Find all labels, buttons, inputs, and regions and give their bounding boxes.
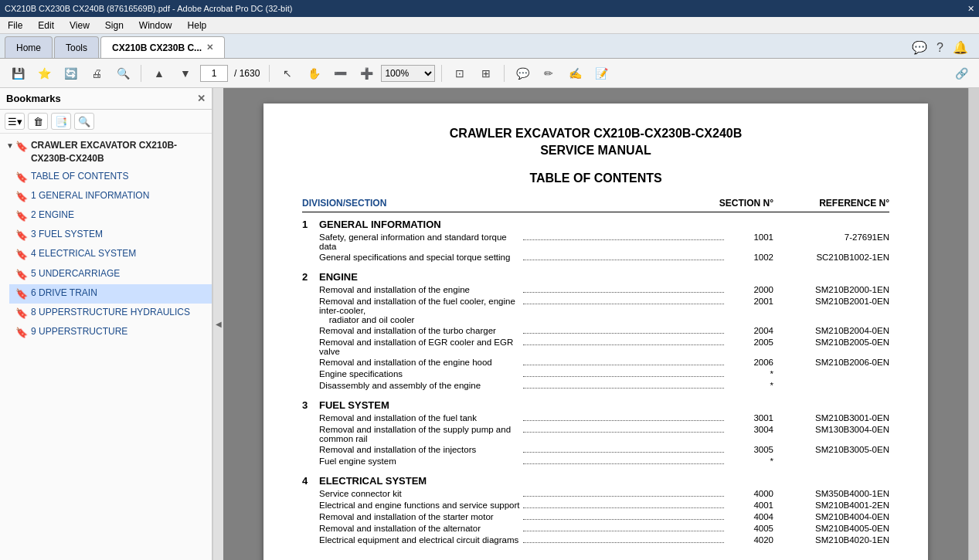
sidebar-search-button[interactable]: 🔍 [74, 113, 94, 130]
toc-e4-3-secno: 4004 [727, 512, 773, 521]
toc-dots [523, 519, 724, 520]
sidebar-menu-button[interactable]: ☰▾ [5, 113, 25, 130]
title-bar-close[interactable]: ✕ [967, 4, 974, 14]
bookmark-icon-upperstructure: 🔖 [15, 326, 28, 340]
sidebar-label-engine: 2 ENGINE [31, 209, 74, 222]
prev-page-button[interactable]: ▲ [148, 63, 171, 84]
comments-icon[interactable]: 💬 [912, 40, 927, 55]
find-button[interactable]: 🔍 [111, 63, 134, 84]
menu-help[interactable]: Help [185, 19, 210, 32]
tab-doc-label: CX210B CX230B C... [112, 42, 202, 53]
toolbar-sep-3 [441, 65, 442, 82]
toc-dots [523, 463, 724, 464]
sidebar-close-button[interactable]: ✕ [197, 93, 206, 104]
toc-e4-3-text: Removal and installation of the starter … [319, 512, 520, 521]
sidebar-delete-button[interactable]: 🗑 [28, 113, 48, 130]
menu-file[interactable]: File [5, 19, 25, 32]
toc-entry-4-2: Electrical and engine functions and serv… [302, 500, 889, 511]
sidebar-item-general[interactable]: 🔖 1 GENERAL INFORMATION [9, 187, 212, 206]
toc-section-2-header: 2 ENGINE [302, 271, 889, 283]
tab-doc[interactable]: CX210B CX230B C... ✕ [100, 36, 225, 58]
tab-tools-label: Tools [66, 42, 87, 53]
tab-tools[interactable]: Tools [54, 36, 99, 58]
toc-e2-2-secno: 2001 [727, 297, 773, 306]
tab-doc-close[interactable]: ✕ [206, 42, 213, 53]
cursor-tool[interactable]: ↖ [276, 63, 299, 84]
tab-home[interactable]: Home [5, 36, 53, 58]
bookmark-button[interactable]: ⭐ [32, 63, 56, 84]
sidebar-item-upperhydraulics[interactable]: 🔖 8 UPPERSTRUCTURE HYDRAULICS [9, 304, 212, 323]
page-number-input[interactable] [200, 65, 228, 82]
sidebar-tree: ▼ 🔖 CRAWLER EXCAVATOR CX210B-CX230B-CX24… [0, 134, 212, 560]
toc-e4-5-ref: SM210B4020-1EN [773, 535, 889, 545]
zoom-select[interactable]: 100% 75% 125% 150% 200% [381, 65, 435, 82]
highlight-button[interactable]: ✏ [537, 63, 560, 84]
print-button[interactable]: 🖨 [85, 63, 108, 84]
sign-button[interactable]: ✍ [563, 63, 586, 84]
content-area[interactable]: CRAWLER EXCAVATOR CX210B-CX230B-CX240B S… [223, 88, 968, 560]
fit-page-button[interactable]: ⊡ [448, 63, 471, 84]
toc-e3-3-ref: SM210B3005-0EN [773, 445, 889, 454]
toc-entry-1-1: Safety, general information and standard… [302, 232, 889, 252]
toc-section-4: 4 ELECTRICAL SYSTEM Service connector ki… [302, 475, 889, 546]
title-bar-text: CX210B CX230B CX240B (87616569B).pdf - A… [5, 4, 292, 13]
toc-e2-3-text: Removal and installation of the turbo ch… [319, 326, 520, 335]
edit-button[interactable]: 📝 [590, 63, 613, 84]
sidebar-item-root[interactable]: ▼ 🔖 CRAWLER EXCAVATOR CX210B-CX230B-CX24… [0, 137, 212, 168]
notifications-icon[interactable]: 🔔 [953, 40, 968, 55]
tab-right-actions: 💬 ? 🔔 [912, 40, 974, 58]
menu-edit[interactable]: Edit [35, 19, 57, 32]
menu-view[interactable]: View [66, 19, 93, 32]
toc-entry-4-5: Electrical equipment and electrical circ… [302, 535, 889, 546]
title-bar-label: CX210B CX230B CX240B (87616569B).pdf - A… [5, 4, 292, 13]
sidebar-label-general: 1 GENERAL INFORMATION [31, 189, 149, 202]
share-button[interactable]: 🔗 [950, 63, 973, 84]
sidebar-item-electrical[interactable]: 🔖 4 ELECTRICAL SYSTEM [9, 245, 212, 264]
menu-window[interactable]: Window [136, 19, 175, 32]
sidebar-item-engine[interactable]: 🔖 2 ENGINE [9, 206, 212, 226]
toc-dots [523, 388, 724, 389]
zoom-out-button[interactable]: ➖ [328, 63, 352, 84]
toc-e3-4-text: Fuel engine system [319, 456, 520, 466]
toc-s2-num: 2 [302, 271, 314, 283]
bookmark-icon-electrical: 🔖 [15, 248, 28, 262]
sidebar-collapse-handle[interactable]: ◀ [212, 88, 223, 560]
menu-sign[interactable]: Sign [102, 19, 127, 32]
toc-col-sectionno: SECTION N° [681, 198, 773, 209]
toc-e3-4-secno: * [727, 456, 773, 466]
toc-s3-title: FUEL SYSTEM [319, 399, 389, 411]
pdf-toc-title: TABLE OF CONTENTS [302, 171, 889, 185]
comment-button[interactable]: 💬 [511, 63, 534, 84]
toc-entry-1-2: General specifications and special torqu… [302, 252, 889, 263]
zoom-in-button[interactable]: ➕ [355, 63, 378, 84]
save-button[interactable]: 💾 [6, 63, 29, 84]
page-total-label: / 1630 [231, 68, 263, 79]
sidebar-label-upperstructure: 9 UPPERSTRUCTURE [31, 325, 127, 338]
rotate-button[interactable]: ⊞ [474, 63, 498, 84]
toc-dots [523, 260, 724, 260]
sidebar-item-undercarriage[interactable]: 🔖 5 UNDERCARRIAGE [9, 265, 212, 284]
sidebar-item-upperstructure[interactable]: 🔖 9 UPPERSTRUCTURE [9, 323, 212, 342]
toc-e1-1-secno: 1001 [727, 232, 773, 242]
toc-dots [523, 376, 724, 377]
sidebar-item-toc[interactable]: 🔖 TABLE OF CONTENTS [9, 168, 212, 187]
toc-e3-3-text: Removal and installation of the injector… [319, 445, 520, 454]
bookmark-icon-root: 🔖 [15, 140, 28, 154]
sidebar-item-drivetrain[interactable]: 🔖 6 DRIVE TRAIN [9, 284, 212, 304]
help-icon[interactable]: ? [937, 41, 943, 55]
toc-e4-1-secno: 4000 [727, 489, 773, 498]
toc-e2-5-ref: SM210B2006-0EN [773, 358, 889, 367]
next-page-button[interactable]: ▼ [174, 63, 197, 84]
hand-tool[interactable]: ✋ [302, 63, 325, 84]
sidebar-item-fuel[interactable]: 🔖 3 FUEL SYSTEM [9, 226, 212, 245]
sidebar-new-bookmark-button[interactable]: 📑 [51, 113, 71, 130]
sidebar-label-drivetrain: 6 DRIVE TRAIN [31, 287, 97, 300]
tree-expand-icon[interactable]: ▼ [6, 141, 14, 151]
print-prev-button[interactable]: 🔄 [59, 63, 82, 84]
toc-e4-1-ref: SM350B4000-1EN [773, 489, 889, 498]
toolbar-sep-4 [504, 65, 505, 82]
toc-entry-3-2: Removal and installation of the supply p… [302, 424, 889, 444]
vertical-scrollbar[interactable] [968, 88, 979, 560]
sidebar-label-toc: TABLE OF CONTENTS [31, 170, 128, 183]
tab-home-label: Home [16, 42, 41, 53]
